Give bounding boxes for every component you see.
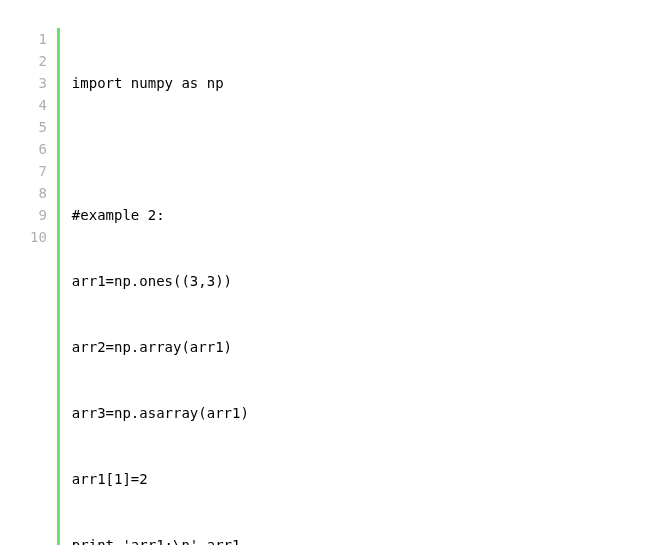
page: 1 2 3 4 5 6 7 8 9 10 import numpy as np … (0, 0, 663, 545)
line-number: 5 (30, 116, 47, 138)
code-line: print 'arr1:\n',arr1 (72, 534, 249, 545)
code-content: import numpy as np #example 2: arr1=np.o… (72, 28, 249, 545)
code-line: arr1=np.ones((3,3)) (72, 270, 249, 292)
line-number-gutter: 1 2 3 4 5 6 7 8 9 10 (30, 28, 57, 545)
line-number: 3 (30, 72, 47, 94)
line-number: 9 (30, 204, 47, 226)
code-border (57, 28, 60, 545)
code-line: arr3=np.asarray(arr1) (72, 402, 249, 424)
line-number: 10 (30, 226, 47, 248)
code-block-source: 1 2 3 4 5 6 7 8 9 10 import numpy as np … (30, 28, 633, 545)
code-line: import numpy as np (72, 72, 249, 94)
code-line: #example 2: (72, 204, 249, 226)
line-number: 6 (30, 138, 47, 160)
code-line: arr2=np.array(arr1) (72, 336, 249, 358)
line-number: 4 (30, 94, 47, 116)
line-number: 2 (30, 50, 47, 72)
line-number: 1 (30, 28, 47, 50)
code-line (72, 138, 249, 160)
line-number: 8 (30, 182, 47, 204)
code-line: arr1[1]=2 (72, 468, 249, 490)
line-number: 7 (30, 160, 47, 182)
